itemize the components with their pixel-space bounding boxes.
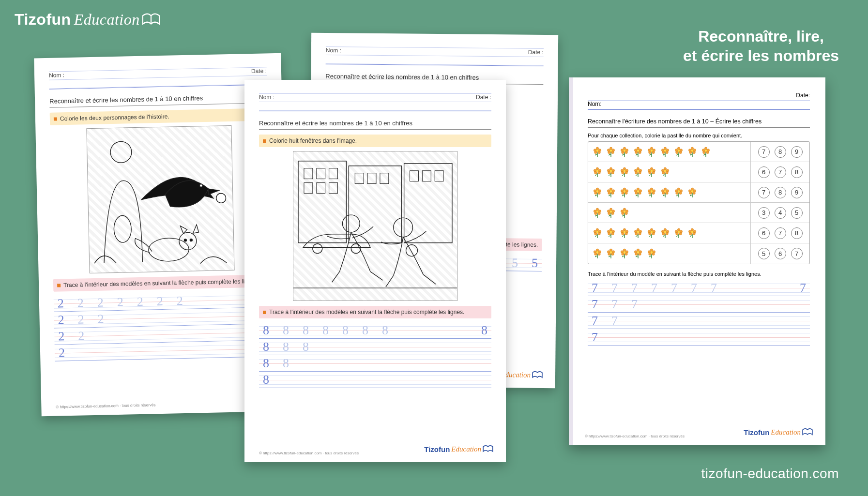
svg-point-76 <box>691 149 693 151</box>
svg-point-226 <box>677 230 680 233</box>
illustration-runners <box>293 151 457 301</box>
trace-row: 777 <box>588 296 810 313</box>
number-choices: 789 <box>750 142 809 162</box>
headline: Reconnaître, lire, et écrire les nombres <box>683 27 839 65</box>
svg-point-58 <box>650 149 653 151</box>
name-label: Nom : <box>259 94 274 102</box>
number-choice[interactable]: 9 <box>791 187 803 198</box>
svg-point-184 <box>623 210 625 212</box>
number-choice[interactable]: 7 <box>758 146 770 158</box>
number-choices: 345 <box>750 203 809 223</box>
flower-icon <box>607 208 615 218</box>
flower-collection <box>588 248 750 259</box>
flower-icon <box>647 187 656 198</box>
number-choice[interactable]: 5 <box>791 207 803 219</box>
number-choice[interactable]: 6 <box>758 166 770 178</box>
date-label: Date : <box>476 94 491 102</box>
flower-icon <box>620 208 629 218</box>
number-choice[interactable]: 8 <box>775 187 786 198</box>
headline-line1: Reconnaître, lire, <box>683 27 839 46</box>
svg-point-232 <box>691 230 693 233</box>
flower-icon <box>674 147 683 157</box>
svg-point-166 <box>691 190 693 192</box>
svg-point-70 <box>677 149 680 151</box>
number-choice[interactable]: 7 <box>775 166 786 178</box>
svg-point-40 <box>609 149 612 151</box>
svg-point-238 <box>596 251 598 254</box>
tracing-area: 2222222222222 <box>54 291 273 361</box>
number-choice[interactable]: 7 <box>758 187 770 198</box>
number-choice[interactable]: 8 <box>791 166 803 178</box>
flower-icon <box>647 167 656 178</box>
svg-point-27 <box>406 245 418 256</box>
svg-point-124 <box>596 190 598 192</box>
number-choice[interactable]: 6 <box>758 227 770 239</box>
trace-row: 77 <box>588 313 810 329</box>
svg-point-112 <box>650 169 653 172</box>
number-choice[interactable]: 5 <box>758 248 770 259</box>
number-choices: 567 <box>750 243 809 264</box>
table-row: 345 <box>588 203 809 223</box>
svg-point-94 <box>609 169 612 172</box>
number-choice[interactable]: 8 <box>775 146 786 158</box>
number-choice[interactable]: 4 <box>775 207 786 219</box>
trace-row: 88 <box>259 355 491 372</box>
number-choice[interactable]: 8 <box>791 227 803 239</box>
copyright: © https://www.tizofun-education.com · to… <box>56 403 155 409</box>
svg-point-136 <box>623 190 625 192</box>
svg-point-256 <box>637 251 639 254</box>
svg-point-190 <box>596 230 598 233</box>
mini-brand: TizofunEducation <box>744 428 813 436</box>
flower-collection <box>588 167 750 178</box>
number-choice[interactable]: 3 <box>758 207 770 219</box>
flower-icon <box>593 208 602 218</box>
svg-rect-17 <box>355 173 364 184</box>
headline-line2: et écrire les nombres <box>683 46 839 65</box>
svg-rect-13 <box>329 168 338 179</box>
svg-point-52 <box>637 149 639 151</box>
svg-rect-12 <box>317 168 325 179</box>
number-choice[interactable]: 7 <box>775 227 786 239</box>
svg-rect-9 <box>349 166 401 243</box>
svg-rect-22 <box>435 171 443 181</box>
number-choice[interactable]: 9 <box>791 146 803 158</box>
sheet-title: Reconnaître et écrire les nombres de 1 à… <box>259 118 491 130</box>
flower-icon <box>607 147 615 157</box>
svg-point-244 <box>609 251 612 254</box>
table-row: 789 <box>588 142 809 162</box>
flower-icon <box>620 147 629 157</box>
svg-point-160 <box>677 190 680 192</box>
illustration-crow-fox <box>86 125 234 273</box>
flower-icon <box>661 187 670 198</box>
svg-point-100 <box>623 169 625 172</box>
trace-row: 8 <box>259 372 491 388</box>
svg-point-2 <box>199 184 202 187</box>
trace-row: 88888888 <box>259 322 491 339</box>
svg-point-64 <box>664 149 666 151</box>
flower-collection <box>588 187 750 198</box>
sheet-title: Reconnaître l'écriture des nombres de 1 … <box>588 117 810 128</box>
svg-point-202 <box>623 230 625 233</box>
flower-icon <box>607 187 615 198</box>
svg-point-142 <box>637 190 639 192</box>
number-choice[interactable]: 7 <box>791 248 803 259</box>
svg-point-26 <box>394 218 413 237</box>
svg-point-23 <box>313 244 322 254</box>
flower-icon <box>647 147 656 157</box>
svg-rect-18 <box>367 173 376 184</box>
svg-point-148 <box>650 190 653 192</box>
name-label: Nom: <box>588 101 602 109</box>
flower-collection <box>588 228 750 239</box>
flower-icon <box>607 248 615 259</box>
svg-rect-20 <box>410 171 419 181</box>
svg-point-4 <box>148 238 189 261</box>
svg-rect-10 <box>404 164 452 243</box>
svg-point-5 <box>179 232 197 250</box>
header-fields: Nom :Date : <box>49 67 267 89</box>
svg-point-214 <box>650 230 653 233</box>
flower-icon <box>607 167 615 178</box>
svg-point-46 <box>623 149 625 151</box>
number-choice[interactable]: 6 <box>775 248 786 259</box>
svg-point-7 <box>190 239 192 241</box>
date-label: Date: <box>796 92 810 100</box>
